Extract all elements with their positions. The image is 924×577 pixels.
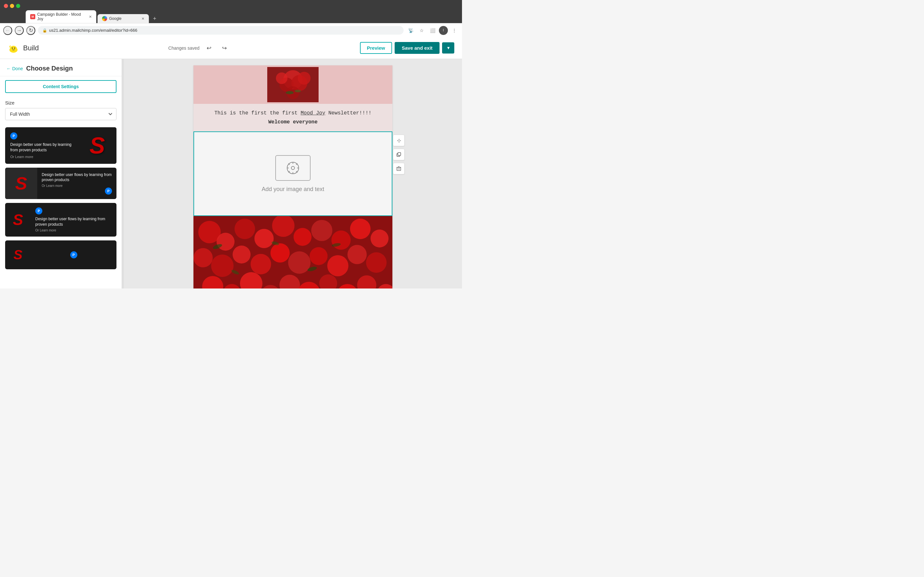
- changes-saved-text: Changes saved: [168, 45, 200, 51]
- svg-point-42: [211, 255, 234, 277]
- profile-icon[interactable]: I: [439, 26, 448, 35]
- forward-nav-button[interactable]: →: [15, 26, 24, 35]
- svg-point-44: [250, 254, 271, 274]
- card1-s-logo: S: [89, 132, 105, 159]
- card1-left: P Design better user flows by learning f…: [5, 127, 78, 164]
- add-placeholder-text: Add your image and text: [262, 186, 324, 193]
- header-center: Changes saved ↩ ↪: [39, 42, 360, 54]
- design-list: P Design better user flows by learning f…: [0, 123, 121, 288]
- email-welcome-text: Welcome everyone: [206, 119, 380, 125]
- title-bar: [0, 0, 462, 11]
- trash-icon: [396, 166, 401, 171]
- card1-link: Or Learn more: [10, 155, 73, 159]
- delete-block-button[interactable]: [393, 163, 405, 174]
- content-settings-button[interactable]: Content Settings: [5, 80, 116, 93]
- size-select[interactable]: Full Width Fixed Width Mobile: [5, 108, 116, 120]
- design-card-3[interactable]: S P Design better user flows by learning…: [5, 203, 116, 237]
- card1-premium-icon: P: [10, 132, 17, 139]
- card4-s-logo: S: [13, 247, 23, 263]
- email-flowers-image: [194, 216, 393, 288]
- tab-close-campaign[interactable]: ✕: [89, 15, 92, 19]
- app: Build Changes saved ↩ ↪ Preview Save and…: [0, 37, 462, 288]
- svg-point-41: [194, 248, 213, 268]
- card4-left: S: [5, 240, 31, 269]
- main-content: ← Done Choose Design Content Settings Si…: [0, 59, 462, 288]
- app-title: Build: [23, 44, 39, 52]
- address-bar[interactable]: 🔒 us21.admin.mailchimp.com/email/editor?…: [38, 26, 404, 35]
- panel-title: Choose Design: [26, 65, 73, 72]
- tab-close-google[interactable]: ✕: [142, 17, 144, 21]
- size-label: Size: [5, 100, 116, 105]
- extensions-icon[interactable]: ⬜: [428, 26, 437, 35]
- left-panel: ← Done Choose Design Content Settings Si…: [0, 59, 122, 288]
- selected-email-block[interactable]: Add your image and text ⊹: [194, 131, 393, 216]
- card2-premium-icon: P: [105, 187, 112, 195]
- browser-chrome: M Campaign Builder - Mood Joy ✕ Google ✕…: [0, 0, 462, 37]
- bookmark-icon[interactable]: ☆: [417, 26, 426, 35]
- mailchimp-tab-icon: M: [30, 14, 35, 19]
- tab-campaign-builder[interactable]: M Campaign Builder - Mood Joy ✕: [26, 10, 96, 23]
- menu-icon[interactable]: ⋮: [450, 26, 459, 35]
- text-this-is: This is the first: [214, 110, 267, 116]
- svg-point-2: [12, 47, 13, 49]
- card3-text: Design better user flows by learning fro…: [35, 216, 112, 227]
- close-button[interactable]: [4, 4, 8, 8]
- email-preview: This is the first the first Mood Joy New…: [124, 59, 462, 288]
- svg-point-33: [234, 219, 255, 239]
- address-text: us21.admin.mailchimp.com/email/editor?id…: [49, 28, 399, 33]
- add-image-text-block: Add your image and text: [194, 132, 392, 215]
- card2-left: S: [5, 168, 37, 199]
- card3-premium-icon: P: [35, 207, 42, 214]
- svg-point-34: [254, 229, 274, 248]
- save-dropdown-button[interactable]: ▼: [442, 42, 454, 53]
- app-header: Build Changes saved ↩ ↪ Preview Save and…: [0, 37, 462, 59]
- tab-label-campaign: Campaign Builder - Mood Joy: [37, 12, 87, 21]
- svg-point-48: [327, 255, 349, 276]
- design-card-4[interactable]: S P: [5, 240, 116, 269]
- maximize-button[interactable]: [16, 4, 20, 8]
- duplicate-icon: [396, 152, 401, 157]
- email-mood-joy-link[interactable]: Mood Joy: [300, 110, 325, 116]
- design-card-1[interactable]: P Design better user flows by learning f…: [5, 127, 116, 164]
- browser-toolbar-icons: 📡 ☆ ⬜ I ⋮: [406, 26, 459, 35]
- card4-right: P: [31, 240, 116, 269]
- svg-point-12: [294, 90, 301, 92]
- minimize-button[interactable]: [10, 4, 14, 8]
- svg-point-36: [294, 228, 312, 246]
- text-newsletter: Newsletter!!!!: [328, 110, 371, 116]
- card2-right: Design better user flows by learning fro…: [37, 168, 116, 199]
- redo-button[interactable]: ↪: [219, 42, 230, 54]
- svg-point-49: [347, 245, 367, 264]
- panel-header: ← Done Choose Design: [0, 59, 121, 76]
- svg-point-46: [288, 251, 310, 274]
- card1-right: S: [78, 127, 116, 164]
- flowers-photo-svg: [194, 216, 393, 288]
- svg-point-47: [310, 247, 328, 265]
- svg-point-3: [14, 47, 15, 49]
- svg-point-43: [233, 245, 250, 263]
- card3-s-logo: S: [13, 211, 23, 229]
- save-exit-button[interactable]: Save and exit: [395, 42, 439, 54]
- flower-image-placeholder: [267, 67, 318, 102]
- design-card-2[interactable]: S Design better user flows by learning f…: [5, 168, 116, 199]
- tab-google[interactable]: Google ✕: [97, 14, 149, 23]
- svg-point-22: [291, 166, 294, 169]
- mailchimp-logo-icon: [8, 42, 19, 54]
- reload-button[interactable]: ↻: [26, 26, 35, 35]
- logo-area: Build: [8, 42, 39, 54]
- svg-point-40: [371, 229, 389, 247]
- back-nav-button[interactable]: ←: [3, 26, 12, 35]
- svg-point-45: [270, 243, 290, 263]
- duplicate-block-button[interactable]: [393, 149, 405, 160]
- email-body-top: This is the first the first Mood Joy New…: [194, 104, 393, 131]
- tab-label-google: Google: [109, 16, 121, 21]
- card4-premium-icon: P: [70, 251, 78, 258]
- move-block-button[interactable]: ⊹: [393, 135, 405, 146]
- svg-point-32: [216, 233, 234, 251]
- svg-point-11: [286, 91, 294, 94]
- back-button[interactable]: ← Done: [6, 66, 23, 71]
- cast-icon[interactable]: 📡: [406, 26, 415, 35]
- new-tab-button[interactable]: +: [150, 14, 159, 23]
- undo-button[interactable]: ↩: [204, 42, 215, 54]
- preview-button[interactable]: Preview: [360, 42, 393, 54]
